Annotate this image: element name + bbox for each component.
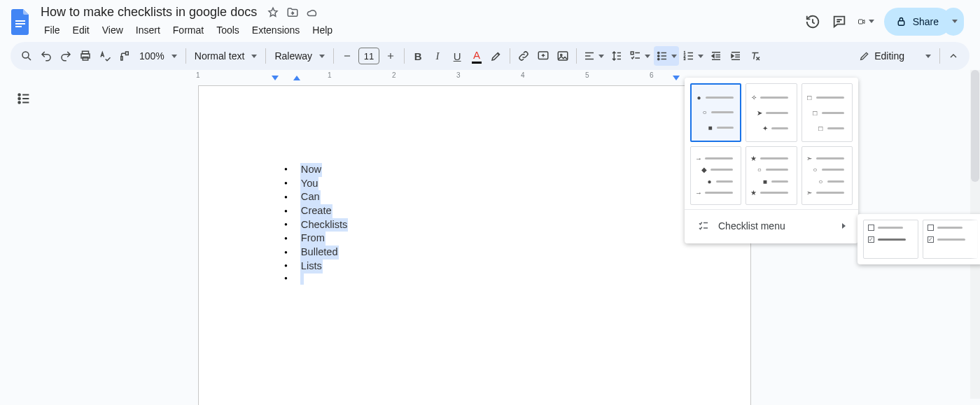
increase-indent-icon[interactable] bbox=[727, 46, 745, 66]
history-icon[interactable] bbox=[804, 13, 821, 30]
checklist-menu-item[interactable]: Checklist menu bbox=[690, 214, 853, 238]
font-dropdown[interactable]: Raleway bbox=[270, 46, 329, 66]
svg-point-14 bbox=[658, 55, 659, 57]
menu-insert[interactable]: Insert bbox=[131, 22, 165, 38]
docs-app-icon[interactable] bbox=[10, 8, 31, 36]
increase-font-icon[interactable] bbox=[382, 46, 400, 66]
checklist-icon[interactable] bbox=[627, 46, 652, 66]
ruler-mark: 3 bbox=[456, 71, 461, 79]
header: How to make checklists in google docs Fi… bbox=[0, 0, 980, 39]
list-item[interactable]: Now bbox=[284, 163, 750, 177]
move-icon[interactable] bbox=[286, 6, 299, 19]
menu-file[interactable]: File bbox=[39, 22, 65, 38]
ruler-mark: 2 bbox=[392, 71, 396, 79]
ruler-mark: 5 bbox=[585, 71, 589, 79]
italic-icon[interactable]: I bbox=[428, 46, 447, 66]
document-page[interactable]: Now You Can Create Checklists From Bulle… bbox=[198, 85, 751, 405]
indent-marker-first[interactable] bbox=[293, 76, 300, 80]
insert-image-icon[interactable] bbox=[554, 46, 572, 66]
svg-rect-3 bbox=[858, 20, 862, 24]
bullet-preset-chevron[interactable]: ➣ ○ ○ ➣ bbox=[802, 146, 853, 205]
ruler-mark: 4 bbox=[521, 71, 525, 79]
list-item[interactable]: Bulleted bbox=[284, 246, 750, 260]
align-icon[interactable] bbox=[581, 46, 606, 66]
share-dropdown[interactable] bbox=[943, 8, 964, 36]
bullet-preset-arrow[interactable]: → ◆ ● → bbox=[690, 146, 741, 205]
menu-format[interactable]: Format bbox=[168, 22, 209, 38]
indent-marker-left[interactable] bbox=[272, 76, 279, 80]
svg-point-5 bbox=[22, 52, 29, 58]
link-icon[interactable] bbox=[514, 46, 533, 66]
svg-point-19 bbox=[18, 94, 20, 96]
bullet-preset-square[interactable]: □ □ □ bbox=[802, 83, 853, 142]
doc-title[interactable]: How to make checklists in google docs bbox=[38, 3, 260, 21]
decrease-font-icon[interactable] bbox=[338, 46, 356, 66]
print-icon[interactable] bbox=[76, 46, 94, 66]
menu-view[interactable]: View bbox=[97, 22, 128, 38]
ruler-mark: 1 bbox=[196, 71, 200, 79]
list-item[interactable]: Checklists bbox=[284, 218, 750, 232]
highlight-icon[interactable] bbox=[487, 46, 505, 66]
list-item[interactable]: Create bbox=[284, 204, 750, 218]
bullet-preset-star[interactable]: ★ ○ ■ ★ bbox=[746, 146, 797, 205]
add-comment-icon[interactable] bbox=[534, 46, 552, 66]
chevron-right-icon bbox=[842, 223, 846, 229]
clear-format-icon[interactable] bbox=[746, 46, 764, 66]
list-item[interactable]: Can bbox=[284, 190, 750, 204]
list-item[interactable]: You bbox=[284, 177, 750, 191]
cloud-status-icon[interactable] bbox=[306, 6, 318, 19]
paint-format-icon[interactable] bbox=[115, 46, 134, 66]
line-spacing-icon[interactable] bbox=[608, 46, 626, 66]
font-size-input[interactable]: 11 bbox=[358, 48, 379, 64]
svg-rect-1 bbox=[15, 23, 25, 24]
svg-point-21 bbox=[18, 101, 20, 104]
checklist-submenu: ✓ ✓ bbox=[858, 214, 980, 264]
svg-text:3: 3 bbox=[684, 57, 686, 61]
decrease-indent-icon[interactable] bbox=[707, 46, 725, 66]
menu-help[interactable]: Help bbox=[307, 22, 337, 38]
font-value: Raleway bbox=[274, 50, 312, 62]
checklist-preset-strike[interactable]: ✓ bbox=[863, 220, 918, 259]
zoom-value: 100% bbox=[139, 50, 164, 62]
style-value: Normal text bbox=[195, 50, 245, 62]
editing-mode-dropdown[interactable]: Editing bbox=[855, 46, 935, 66]
svg-rect-4 bbox=[898, 21, 904, 25]
list-item[interactable] bbox=[284, 273, 750, 285]
bullet-preset-diamond[interactable]: ✧ ➤ ✦ bbox=[746, 83, 797, 142]
spellcheck-icon[interactable] bbox=[96, 46, 114, 66]
ruler-mark: 6 bbox=[650, 71, 654, 79]
star-icon[interactable] bbox=[267, 6, 279, 19]
menu-edit[interactable]: Edit bbox=[68, 22, 94, 38]
collapse-toolbar-icon[interactable] bbox=[944, 46, 962, 66]
menu-extensions[interactable]: Extensions bbox=[247, 22, 304, 38]
redo-icon[interactable] bbox=[57, 46, 75, 66]
indent-marker-right[interactable] bbox=[673, 76, 680, 80]
bullet-preset-disc[interactable]: ● ○ ■ bbox=[690, 83, 741, 142]
menu-tools[interactable]: Tools bbox=[211, 22, 244, 38]
zoom-dropdown[interactable]: 100% bbox=[135, 46, 181, 66]
text-color-icon[interactable]: A bbox=[468, 46, 486, 66]
svg-rect-2 bbox=[15, 26, 22, 27]
bulleted-list-dropdown: ● ○ ■ ✧ ➤ ✦ □ □ □ → ◆ ● → ★ ○ ■ ★ ➣ ○ bbox=[685, 78, 858, 243]
undo-icon[interactable] bbox=[37, 46, 55, 66]
header-right: Share bbox=[804, 8, 964, 36]
title-area: How to make checklists in google docs Fi… bbox=[38, 3, 337, 38]
svg-point-15 bbox=[658, 58, 659, 59]
list-item[interactable]: From bbox=[284, 232, 750, 246]
bulleted-list-icon[interactable] bbox=[654, 46, 679, 66]
paragraph-style-dropdown[interactable]: Normal text bbox=[190, 46, 262, 66]
comments-icon[interactable] bbox=[831, 13, 848, 30]
outline-icon[interactable] bbox=[16, 91, 31, 106]
search-icon[interactable] bbox=[18, 46, 36, 66]
menu-bar: File Edit View Insert Format Tools Exten… bbox=[38, 21, 337, 38]
list-item[interactable]: Lists bbox=[284, 260, 750, 273]
scrollbar-thumb[interactable] bbox=[971, 70, 979, 182]
share-button[interactable]: Share bbox=[884, 8, 951, 36]
checklist-preset-plain[interactable]: ✓ bbox=[923, 220, 978, 259]
meet-icon[interactable] bbox=[858, 13, 874, 30]
toolbar: 100% Normal text Raleway 11 B I U A 123 … bbox=[10, 42, 969, 70]
page-content[interactable]: Now You Can Create Checklists From Bulle… bbox=[199, 86, 750, 285]
numbered-list-icon[interactable]: 123 bbox=[680, 46, 706, 66]
underline-icon[interactable]: U bbox=[448, 46, 466, 66]
bold-icon[interactable]: B bbox=[409, 46, 427, 66]
